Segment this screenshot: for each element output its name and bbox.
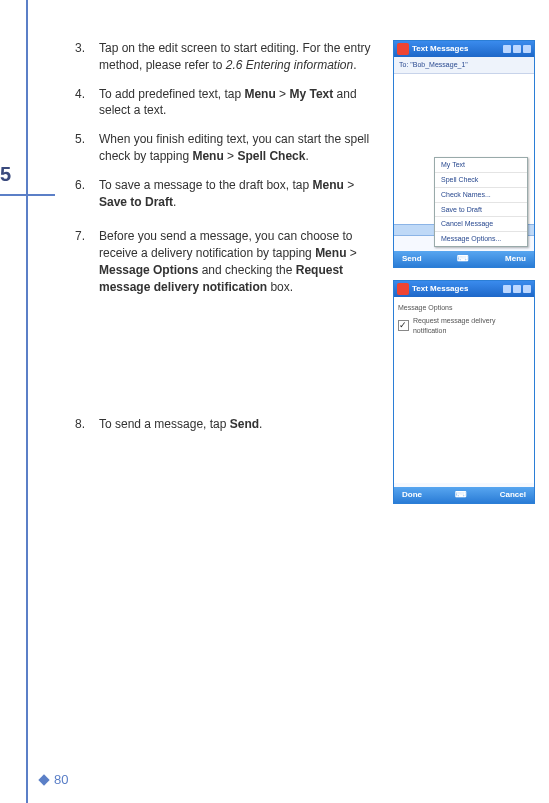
options-body: Message Options Request message delivery… xyxy=(394,297,534,483)
step-text: To send a message, tap Send. xyxy=(99,416,385,433)
device-titlebar: Text Messages xyxy=(394,41,534,57)
step-text: When you finish editing text, you can st… xyxy=(99,131,385,165)
step-text: Tap on the edit screen to start editing.… xyxy=(99,40,385,74)
softkey-right: Cancel xyxy=(500,489,526,500)
step-8: 8. To send a message, tap Send. xyxy=(75,416,385,433)
step-number: 3. xyxy=(75,40,99,74)
menu-item-mytext: My Text xyxy=(435,158,527,173)
step-number: 8. xyxy=(75,416,99,433)
footer-diamond-icon xyxy=(38,774,49,785)
step-number: 7. xyxy=(75,228,99,295)
step-number: 5. xyxy=(75,131,99,165)
step-7: 7. Before you send a message, you can ch… xyxy=(75,228,385,295)
sip-icon: ⌨ xyxy=(457,253,469,264)
menu-item-savetodraft: Save to Draft xyxy=(435,203,527,218)
menu-item-cancel: Cancel Message xyxy=(435,217,527,232)
checkbox-icon xyxy=(398,320,409,331)
step-text: To save a message to the draft box, tap … xyxy=(99,177,385,211)
step-number: 4. xyxy=(75,86,99,120)
step-5: 5. When you finish editing text, you can… xyxy=(75,131,385,165)
device-titlebar: Text Messages xyxy=(394,281,534,297)
titlebar-status-icons xyxy=(503,45,531,53)
start-icon xyxy=(397,43,409,55)
page-footer: 80 xyxy=(40,771,68,789)
step-text: Before you send a message, you can choos… xyxy=(99,228,385,295)
menu-item-checknames: Check Names... xyxy=(435,188,527,203)
screenshot-message-options: Text Messages Message Options Request me… xyxy=(393,280,535,504)
titlebar-text: Text Messages xyxy=(412,283,468,294)
start-icon xyxy=(397,283,409,295)
left-margin-line xyxy=(26,0,28,803)
menu-item-spellcheck: Spell Check xyxy=(435,173,527,188)
step-number: 6. xyxy=(75,177,99,211)
softkey-left: Send xyxy=(402,253,422,264)
titlebar-text: Text Messages xyxy=(412,43,468,54)
step-text: To add predefined text, tap Menu > My Te… xyxy=(99,86,385,120)
softkey-right: Menu xyxy=(505,253,526,264)
step-6: 6. To save a message to the draft box, t… xyxy=(75,177,385,211)
device-softkeys: Done ⌨ Cancel xyxy=(394,487,534,503)
titlebar-status-icons xyxy=(503,285,531,293)
section-tab-glyph: 5 xyxy=(0,160,8,190)
context-menu: My Text Spell Check Check Names... Save … xyxy=(434,157,528,247)
delivery-notification-row: Request message delivery notification xyxy=(398,316,530,336)
softkey-left: Done xyxy=(402,489,422,500)
instruction-list: 3. Tap on the edit screen to start editi… xyxy=(75,40,385,444)
checkbox-label: Request message delivery notification xyxy=(413,316,530,336)
step-4: 4. To add predefined text, tap Menu > My… xyxy=(75,86,385,120)
page-number: 80 xyxy=(54,771,68,789)
screenshot-compose-menu: Text Messages To: "Bob_Message_1" My Tex… xyxy=(393,40,535,268)
menu-item-options: Message Options... xyxy=(435,232,527,246)
options-heading: Message Options xyxy=(398,303,530,313)
device-softkeys: Send ⌨ Menu xyxy=(394,251,534,267)
sip-icon: ⌨ xyxy=(455,489,467,500)
compose-to-field: To: "Bob_Message_1" xyxy=(394,57,534,74)
step-3: 3. Tap on the edit screen to start editi… xyxy=(75,40,385,74)
